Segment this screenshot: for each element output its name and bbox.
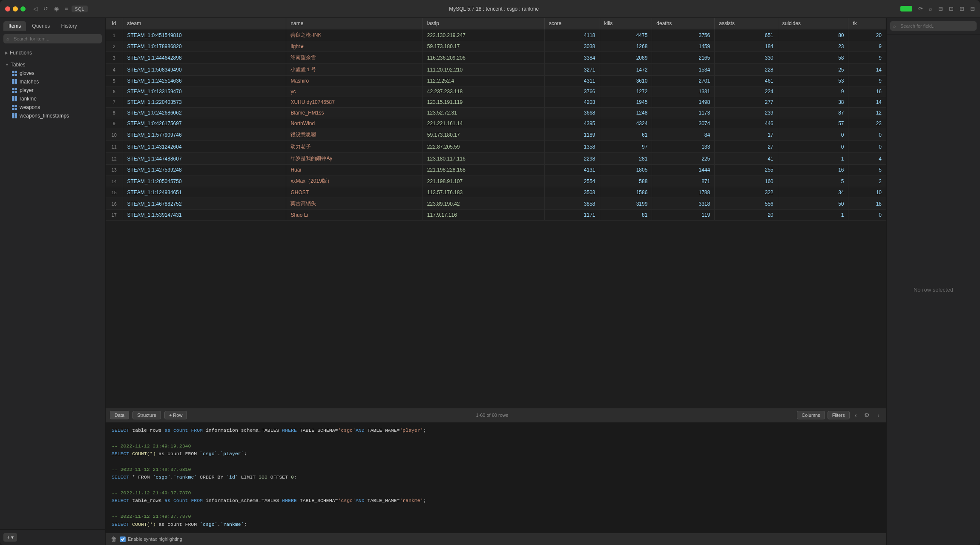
- table-cell: 87: [778, 108, 848, 118]
- titlebar-right-icons: ●● ⟳ ⌕ ⊟ ⊡ ⊞ ⊟: [900, 6, 975, 12]
- sidebar-item-matches[interactable]: matches: [3, 77, 102, 86]
- table-cell: 2701: [652, 76, 715, 86]
- table-cell: 9: [778, 86, 848, 97]
- eye-icon[interactable]: ◉: [54, 6, 59, 12]
- maximize-button[interactable]: [20, 6, 26, 11]
- table-cell: GHOST: [286, 187, 422, 198]
- traffic-lights: [5, 6, 26, 11]
- table-row[interactable]: 5STEAM_1:1:242514636Mashiro112.2.252.443…: [106, 76, 886, 86]
- table-cell: 1: [106, 29, 123, 41]
- table-cell: 59.173.180.17: [422, 129, 544, 141]
- table-row[interactable]: 2STEAM_1:0:178986820light★59.173.180.173…: [106, 41, 886, 52]
- tab-history[interactable]: History: [56, 21, 82, 31]
- sidebar-item-gloves[interactable]: gloves: [3, 69, 102, 77]
- table-cell: 4118: [544, 29, 600, 41]
- table-row[interactable]: 12STEAM_1:1:447488607年岁是我的闹钟Ay123.180.11…: [106, 153, 886, 165]
- table-cell: 小孟孟１号: [286, 64, 422, 76]
- table-row[interactable]: 11STEAM_1:1:431242604动力老子222.87.205.5913…: [106, 141, 886, 153]
- table-cell: 322: [715, 187, 778, 198]
- right-panel-search-input[interactable]: [890, 21, 977, 31]
- table-cell: 4395: [544, 118, 600, 129]
- minimize-button[interactable]: [13, 6, 18, 11]
- table-cell: 8: [106, 108, 123, 118]
- table-row[interactable]: 6STEAM_1:0:133159470yc42.237.233.1183766…: [106, 86, 886, 97]
- sidebar-item-weapons[interactable]: weapons: [3, 103, 102, 112]
- table-cell: 34: [778, 187, 848, 198]
- table-cell: 330: [715, 52, 778, 64]
- table-row[interactable]: 14STEAM_1:1:205045750xxMax（2019版）221.198…: [106, 175, 886, 187]
- table-cell: 莫古高锁头: [286, 198, 422, 210]
- table-cell: STEAM_1:1:427539248: [123, 165, 286, 175]
- refresh-icon[interactable]: ↺: [43, 6, 48, 12]
- sidebar-item-rankme[interactable]: rankme: [3, 95, 102, 103]
- prev-page-btn[interactable]: ‹: [852, 411, 859, 419]
- table-row[interactable]: 3STEAM_1:1:444642898终南望余雪116.236.209.206…: [106, 52, 886, 64]
- functions-header[interactable]: ▶ Functions: [3, 49, 102, 57]
- table-cell: 3038: [544, 41, 600, 52]
- table-row[interactable]: 17STEAM_1:1:539147431Shuo Li117.9.17.116…: [106, 210, 886, 221]
- table-row[interactable]: 9STEAM_1:0:426175697NorthWind221.221.161…: [106, 118, 886, 129]
- table-row[interactable]: 8STEAM_1:0:242686062Blame_HM1ss123.52.72…: [106, 108, 886, 118]
- columns-btn[interactable]: Columns: [797, 411, 825, 419]
- col-header-name[interactable]: name: [286, 18, 422, 29]
- col-header-lastip[interactable]: lastip: [422, 18, 544, 29]
- next-page-btn[interactable]: ›: [875, 411, 882, 419]
- table-cell: 133: [652, 141, 715, 153]
- col-header-suicides[interactable]: suicides: [778, 18, 848, 29]
- tables-header[interactable]: ▼ Tables: [3, 60, 102, 69]
- sql-console[interactable]: SELECT table_rows as count FROM informat…: [106, 422, 886, 533]
- col-header-score[interactable]: score: [544, 18, 600, 29]
- add-row-btn[interactable]: + Row: [164, 411, 187, 419]
- add-button[interactable]: + ▾: [3, 533, 17, 542]
- table-row[interactable]: 16STEAM_1:1:467882752莫古高锁头223.89.190.423…: [106, 198, 886, 210]
- table-cell: STEAM_1:0:133159470: [123, 86, 286, 97]
- layout4-icon[interactable]: ⊟: [970, 6, 975, 12]
- table-cell: 2089: [600, 52, 652, 64]
- settings-btn[interactable]: ⚙: [862, 411, 872, 419]
- close-button[interactable]: [5, 6, 10, 11]
- search-icon[interactable]: ⌕: [929, 6, 932, 12]
- list-icon[interactable]: ≡: [65, 6, 68, 12]
- table-row[interactable]: 1STEAM_1:0:451549810善良之枪-INK222.130.219.…: [106, 29, 886, 41]
- col-header-steam[interactable]: steam: [123, 18, 286, 29]
- col-header-deaths[interactable]: deaths: [652, 18, 715, 29]
- syntax-highlight-checkbox[interactable]: [120, 536, 126, 542]
- col-header-kills[interactable]: kills: [600, 18, 652, 29]
- sidebar-search-input[interactable]: [3, 34, 102, 43]
- data-table-area[interactable]: id steam name lastip score kills deaths …: [106, 18, 886, 408]
- back-icon[interactable]: ◁: [33, 6, 37, 12]
- table-cell: 0: [778, 141, 848, 153]
- table-cell: 221.221.161.14: [422, 118, 544, 129]
- table-row[interactable]: 7STEAM_1:1:220403573XUHU dy10746587123.1…: [106, 97, 886, 108]
- layout1-icon[interactable]: ⊟: [938, 6, 943, 12]
- table-row[interactable]: 4STEAM_1:1:508349490小孟孟１号111.20.192.2103…: [106, 64, 886, 76]
- structure-tab-btn[interactable]: Structure: [132, 411, 161, 419]
- sql-line: [112, 482, 880, 489]
- table-row[interactable]: 10STEAM_1:1:577909746很没意思嗯59.173.180.171…: [106, 129, 886, 141]
- data-tab-btn[interactable]: Data: [110, 411, 129, 419]
- clear-console-btn[interactable]: 🗑: [111, 536, 117, 542]
- reload-icon[interactable]: ⟳: [918, 6, 923, 12]
- table-row[interactable]: 15STEAM_1:1:124934651GHOST113.57.176.183…: [106, 187, 886, 198]
- table-row[interactable]: 13STEAM_1:1:427539248Huai221.198.228.168…: [106, 165, 886, 175]
- sql-line: -- 2022-11-12 21:49:37.7870: [112, 513, 880, 520]
- filters-btn[interactable]: Filters: [828, 411, 850, 419]
- table-cell: 50: [778, 198, 848, 210]
- table-cell: 很没意思嗯: [286, 129, 422, 141]
- tab-queries[interactable]: Queries: [27, 21, 55, 31]
- layout3-icon[interactable]: ⊞: [960, 6, 964, 12]
- tab-items[interactable]: Items: [3, 21, 26, 31]
- layout2-icon[interactable]: ⊡: [949, 6, 954, 12]
- col-header-tk[interactable]: tk: [848, 18, 886, 29]
- sidebar-item-player[interactable]: player: [3, 86, 102, 95]
- sidebar-item-weapons-timestamps[interactable]: weapons_timestamps: [3, 112, 102, 120]
- table-cell: STEAM_1:1:242514636: [123, 76, 286, 86]
- table-cell: 221.198.91.107: [422, 175, 544, 187]
- col-header-assists[interactable]: assists: [715, 18, 778, 29]
- table-cell: 10: [106, 129, 123, 141]
- sidebar: Items Queries History ⌕ ▶ Functions ▼: [0, 18, 106, 545]
- table-cell: 1534: [652, 64, 715, 76]
- sidebar-footer: + ▾: [0, 529, 105, 545]
- table-cell: 4324: [600, 118, 652, 129]
- col-header-id[interactable]: id: [106, 18, 123, 29]
